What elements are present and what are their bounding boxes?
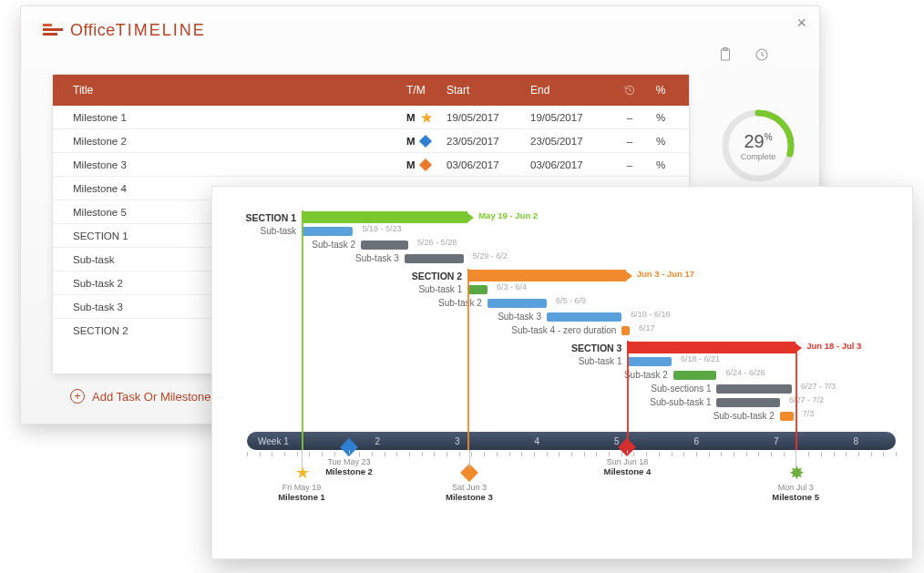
section-range: Jun 3 - Jun 17: [637, 269, 694, 279]
section-divider: [627, 341, 629, 450]
section-bar[interactable]: [467, 270, 626, 281]
section-divider: [302, 210, 303, 450]
clipboard-icon[interactable]: [717, 46, 734, 66]
col-start[interactable]: Start: [447, 84, 530, 97]
week-label: 6: [657, 436, 737, 446]
task-bar[interactable]: [780, 412, 794, 421]
milestone-date: Sun Jun 18: [607, 457, 649, 466]
task-bar[interactable]: [547, 312, 621, 322]
task-bar[interactable]: [716, 384, 791, 394]
col-percent[interactable]: %: [645, 84, 676, 97]
table-row[interactable]: Milestone 2M23/05/201723/05/2017–%: [53, 129, 689, 153]
close-icon[interactable]: ×: [796, 14, 806, 33]
task-bar[interactable]: [621, 326, 630, 335]
date-tag: 6/3 - 6/4: [497, 282, 527, 292]
history-icon[interactable]: [754, 46, 770, 66]
add-task-button[interactable]: + Add Task Or Milestone: [70, 389, 211, 404]
task-label: Sub-task: [261, 226, 296, 236]
task-label: Sub-task 2: [624, 370, 668, 380]
task-bar[interactable]: [627, 357, 672, 366]
date-tag: 6/18 - 6/21: [681, 354, 720, 363]
section-bar[interactable]: [627, 342, 796, 353]
task-label: Sub-task 2: [312, 240, 355, 250]
milestone-date: Tue May 23: [327, 457, 370, 466]
progress-label: Complete: [741, 152, 776, 161]
task-label: Sub-sub-task 1: [650, 397, 711, 407]
task-label: Sub-task 3: [355, 253, 399, 263]
week-label: 7: [736, 436, 816, 446]
milestone-date: Sat Jun 3: [452, 483, 487, 492]
milestone-name: Milestone 3: [446, 492, 493, 502]
task-bar[interactable]: [361, 240, 408, 250]
milestone-name: Milestone 2: [325, 466, 373, 476]
section-range: Jun 18 - Jul 3: [806, 341, 861, 351]
task-bar[interactable]: [716, 398, 779, 407]
task-label: Sub-task 1: [418, 284, 462, 294]
date-tag: 6/5 - 6/9: [556, 296, 586, 305]
task-bar[interactable]: [467, 285, 488, 294]
section-divider: [467, 269, 469, 450]
section-range: May 19 - Jun 2: [478, 210, 538, 220]
week-label: 8: [816, 436, 897, 446]
milestone-marker[interactable]: Sun Jun 18Milestone 4: [586, 441, 668, 476]
task-label: SECTION 1: [246, 212, 296, 223]
date-tag: 6/10 - 6/16: [631, 310, 670, 319]
plus-icon: +: [70, 389, 85, 404]
brand-icon: [43, 24, 63, 38]
progress-value: 29: [744, 131, 764, 151]
task-label: SECTION 3: [571, 343, 621, 353]
milestone-name: Milestone 1: [278, 492, 325, 502]
milestone-date: Fri May 19: [282, 483, 322, 492]
milestone-marker[interactable]: Sat Jun 3Milestone 3: [428, 466, 510, 502]
week-label: 4: [498, 436, 578, 446]
task-label: Sub-sections 1: [651, 384, 711, 394]
section-bar[interactable]: [302, 211, 467, 223]
task-label: Sub-task 2: [438, 298, 482, 308]
milestone-marker[interactable]: ✸Mon Jul 3Milestone 5: [755, 466, 837, 502]
task-bar[interactable]: [302, 227, 353, 236]
task-label: SECTION 2: [412, 271, 462, 281]
table-row[interactable]: Milestone 3M03/06/201703/06/2017–%: [53, 153, 689, 177]
date-tag: 6/27 - 7/2: [789, 395, 824, 404]
brand-suffix: TIMELINE: [116, 21, 206, 39]
col-tm[interactable]: T/M: [406, 84, 447, 97]
date-tag: 5/19 - 5/23: [362, 224, 401, 233]
task-bar[interactable]: [488, 299, 547, 308]
task-label: Sub-sub-task 2: [714, 411, 775, 421]
milestone-name: Milestone 4: [604, 466, 652, 476]
col-history-icon[interactable]: [614, 84, 645, 97]
date-tag: 5/26 - 5/28: [417, 238, 457, 247]
task-label: Sub-task 1: [579, 356, 622, 366]
week-label: 3: [417, 436, 498, 446]
brand-prefix: Office: [70, 21, 116, 39]
date-tag: 5/29 - 6/2: [473, 251, 508, 261]
table-header: Title T/M Start End %: [53, 75, 689, 106]
date-tag: 6/17: [639, 323, 655, 333]
progress-unit: %: [765, 132, 773, 142]
milestone-marker[interactable]: Tue May 23Milestone 2: [308, 441, 390, 476]
brand-logo: OfficeTIMELINE: [43, 21, 206, 40]
date-tag: 6/27 - 7/3: [801, 382, 836, 391]
task-bar[interactable]: [405, 254, 464, 263]
milestone-name: Milestone 5: [772, 492, 819, 502]
table-row[interactable]: Milestone 1M★19/05/201719/05/2017–%: [53, 106, 689, 129]
col-title[interactable]: Title: [73, 84, 406, 97]
col-end[interactable]: End: [530, 84, 614, 97]
progress-ring: 29% Complete: [719, 107, 797, 185]
gantt-chart: SECTION 1May 19 - Jun 2Sub-task5/19 - 5/…: [231, 210, 894, 540]
add-task-label: Add Task Or Milestone: [92, 390, 211, 404]
task-label: Sub-task 3: [498, 312, 541, 322]
date-tag: 6/24 - 6/26: [725, 368, 765, 377]
task-label: Sub-task 4 - zero duration: [511, 325, 616, 335]
timeline-chart-panel: SECTION 1May 19 - Jun 2Sub-task5/19 - 5/…: [211, 186, 913, 559]
milestone-date: Mon Jul 3: [778, 483, 814, 492]
task-bar[interactable]: [673, 371, 717, 380]
date-tag: 7/3: [803, 409, 815, 418]
